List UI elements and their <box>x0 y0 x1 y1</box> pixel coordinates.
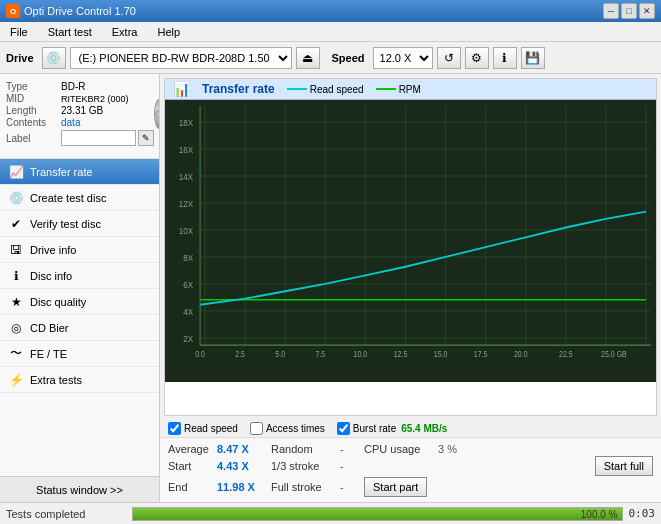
disc-label-input[interactable] <box>61 130 136 146</box>
save-button[interactable]: 💾 <box>521 47 545 69</box>
contents-label: Contents <box>6 117 61 128</box>
speed-label: Speed <box>332 52 365 64</box>
svg-text:20.0: 20.0 <box>514 350 528 360</box>
right-content: 📊 Transfer rate Read speed RPM <box>160 74 661 502</box>
svg-text:10X: 10X <box>179 225 193 236</box>
sidebar-item-verify-test-disc[interactable]: ✔ Verify test disc <box>0 211 159 237</box>
app-title: Opti Drive Control 1.70 <box>24 5 136 17</box>
maximize-button[interactable]: □ <box>621 3 637 19</box>
legend-rpm: RPM <box>376 84 421 95</box>
menu-start-test[interactable]: Start test <box>42 24 98 40</box>
settings-button[interactable]: ⚙ <box>465 47 489 69</box>
sidebar-item-label: Disc quality <box>30 296 86 308</box>
chart-svg: 18X 16X 14X 12X 10X 8X 6X 4X 2X <box>165 100 656 382</box>
menu-file[interactable]: File <box>4 24 34 40</box>
disc-info-panel: Type BD-R MID RITEKBR2 (000) Length 23.3… <box>0 74 159 159</box>
sidebar-item-fe-te[interactable]: 〜 FE / TE <box>0 341 159 367</box>
access-times-checkbox-label: Access times <box>266 423 325 434</box>
sidebar-item-label: CD Bier <box>30 322 69 334</box>
progress-container: 100.0 % <box>132 507 623 521</box>
svg-text:25.0 GB: 25.0 GB <box>601 350 627 360</box>
verify-test-disc-icon: ✔ <box>8 216 24 232</box>
status-window-button[interactable]: Status window >> <box>0 476 159 502</box>
start-label: Start <box>168 460 213 472</box>
full-stroke-label: Full stroke <box>271 481 336 493</box>
read-speed-checkbox[interactable] <box>168 422 181 435</box>
stats-row-start: Start 4.43 X 1/3 stroke - Start full <box>168 456 653 476</box>
drive-toolbar: Drive 💿 (E:) PIONEER BD-RW BDR-208D 1.50… <box>0 42 661 74</box>
disc-edit-button[interactable]: ✎ <box>138 130 154 146</box>
access-times-checkbox[interactable] <box>250 422 263 435</box>
stroke-value: - <box>340 460 360 472</box>
length-label: Length <box>6 105 61 116</box>
random-value: - <box>340 443 360 455</box>
svg-text:14X: 14X <box>179 171 193 182</box>
drive-icon-btn[interactable]: 💿 <box>42 47 66 69</box>
sidebar-item-extra-tests[interactable]: ⚡ Extra tests <box>0 367 159 393</box>
svg-text:4X: 4X <box>183 306 193 317</box>
legend-rpm-label: RPM <box>399 84 421 95</box>
sidebar-item-disc-quality[interactable]: ★ Disc quality <box>0 289 159 315</box>
sidebar-item-label: Verify test disc <box>30 218 101 230</box>
cpu-usage-label: CPU usage <box>364 443 434 455</box>
sidebar-item-cd-bier[interactable]: ◎ CD Bier <box>0 315 159 341</box>
mid-label: MID <box>6 93 61 104</box>
chart-title: Transfer rate <box>202 82 275 96</box>
sidebar-item-label: Create test disc <box>30 192 106 204</box>
speed-selector[interactable]: 12.0 X ↓ <box>373 47 433 69</box>
title-bar-controls[interactable]: ─ □ ✕ <box>603 3 655 19</box>
time-display: 0:03 <box>629 507 656 520</box>
burst-rate-checkbox-item[interactable]: Burst rate 65.4 MB/s <box>337 422 448 435</box>
disc-quality-icon: ★ <box>8 294 24 310</box>
svg-text:7.5: 7.5 <box>315 350 325 360</box>
end-label: End <box>168 481 213 493</box>
app-icon: O <box>6 4 20 18</box>
random-label: Random <box>271 443 336 455</box>
burst-rate-value: 65.4 MB/s <box>401 423 447 434</box>
menu-extra[interactable]: Extra <box>106 24 144 40</box>
full-stroke-value: - <box>340 481 360 493</box>
chart-area: 18X 16X 14X 12X 10X 8X 6X 4X 2X <box>165 100 656 382</box>
type-label: Type <box>6 81 61 92</box>
stats-row-end: End 11.98 X Full stroke - Start part <box>168 477 653 497</box>
chart-legend: Read speed RPM <box>287 84 421 95</box>
eject-button[interactable]: ⏏ <box>296 47 320 69</box>
legend-read-speed: Read speed <box>287 84 364 95</box>
extra-tests-icon: ⚡ <box>8 372 24 388</box>
sidebar-item-disc-info[interactable]: ℹ Disc info <box>0 263 159 289</box>
chart-icon: 📊 <box>173 81 190 97</box>
sidebar-item-transfer-rate[interactable]: 📈 Transfer rate <box>0 159 159 185</box>
average-value: 8.47 X <box>217 443 267 455</box>
sidebar-item-label: FE / TE <box>30 348 67 360</box>
disc-header: Type BD-R MID RITEKBR2 (000) Length 23.3… <box>6 80 153 148</box>
chart-container: 📊 Transfer rate Read speed RPM <box>164 78 657 416</box>
average-label: Average <box>168 443 213 455</box>
burst-rate-checkbox[interactable] <box>337 422 350 435</box>
menu-help[interactable]: Help <box>151 24 186 40</box>
drive-info-icon: 🖫 <box>8 242 24 258</box>
status-bar: Tests completed 100.0 % 0:03 <box>0 502 661 524</box>
stroke-label: 1/3 stroke <box>271 460 336 472</box>
type-value: BD-R <box>61 81 85 92</box>
start-part-button[interactable]: Start part <box>364 477 427 497</box>
refresh-button[interactable]: ↺ <box>437 47 461 69</box>
sidebar-item-label: Transfer rate <box>30 166 93 178</box>
start-full-button[interactable]: Start full <box>595 456 653 476</box>
cpu-usage-value: 3 % <box>438 443 478 455</box>
access-times-checkbox-item[interactable]: Access times <box>250 422 325 435</box>
svg-text:12.5: 12.5 <box>394 350 408 360</box>
read-speed-checkbox-item[interactable]: Read speed <box>168 422 238 435</box>
sidebar-item-drive-info[interactable]: 🖫 Drive info <box>0 237 159 263</box>
close-button[interactable]: ✕ <box>639 3 655 19</box>
status-text: Tests completed <box>6 508 126 520</box>
svg-text:8X: 8X <box>183 252 193 263</box>
svg-rect-2 <box>165 100 656 382</box>
start-value: 4.43 X <box>217 460 267 472</box>
burst-rate-checkbox-label: Burst rate <box>353 423 396 434</box>
legend-read-speed-label: Read speed <box>310 84 364 95</box>
minimize-button[interactable]: ─ <box>603 3 619 19</box>
sidebar-item-create-test-disc[interactable]: 💿 Create test disc <box>0 185 159 211</box>
svg-text:5.0: 5.0 <box>275 350 285 360</box>
info-button[interactable]: ℹ <box>493 47 517 69</box>
drive-selector[interactable]: (E:) PIONEER BD-RW BDR-208D 1.50 <box>70 47 292 69</box>
